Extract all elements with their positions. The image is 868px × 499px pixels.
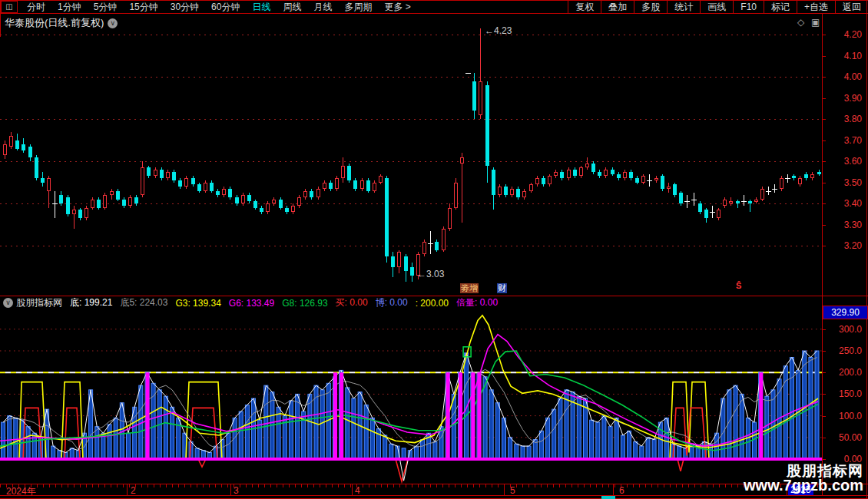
toolbar-divider xyxy=(0,13,868,14)
candle-body xyxy=(316,189,320,197)
candle-body xyxy=(303,191,307,197)
candle-body xyxy=(184,178,188,187)
price-axis-tick xyxy=(822,225,826,226)
candle-body xyxy=(792,176,796,178)
candle-body xyxy=(122,200,126,206)
candle-body xyxy=(84,208,88,219)
candle-body xyxy=(128,197,132,206)
candle-body xyxy=(47,178,51,191)
toolbar-period-30分钟[interactable]: 30分钟 xyxy=(164,1,205,13)
toolbar-period-更多 >[interactable]: 更多 > xyxy=(378,1,416,13)
indicator-bar xyxy=(740,394,744,459)
volume-spike-magenta xyxy=(146,372,150,459)
candle-body xyxy=(272,200,276,204)
date-axis-ticks xyxy=(0,484,822,487)
indicator-axis-label: 150.0 xyxy=(830,388,862,399)
toolbar-tool-多股[interactable]: 多股 xyxy=(634,1,667,13)
issuance-event-badge[interactable]: 劵增 xyxy=(460,283,479,293)
indicator-bar xyxy=(515,444,518,459)
indicator-bar xyxy=(652,440,656,459)
indicator-bar xyxy=(608,427,612,459)
period-menu: 分时1分钟5分钟15分钟30分钟60分钟日线周线月线多周期更多 > xyxy=(21,1,417,13)
toolbar-tool-标记[interactable]: 标记 xyxy=(764,1,797,13)
candle-body xyxy=(404,256,408,271)
candle-body xyxy=(41,178,45,183)
candle-body xyxy=(554,172,558,177)
indicator-axis-tick xyxy=(822,438,826,438)
low-annotation: ←3.03 xyxy=(417,269,444,279)
indicator-bar xyxy=(658,422,662,459)
indicator-bar xyxy=(640,446,644,459)
candle-body xyxy=(379,176,383,182)
price-axis-tick xyxy=(822,56,826,57)
toolbar-period-5分钟[interactable]: 5分钟 xyxy=(88,1,124,13)
volume-spike-magenta xyxy=(446,372,450,459)
candle-body xyxy=(754,200,758,202)
indicator-bar xyxy=(296,394,300,459)
indicator-bar xyxy=(177,418,181,459)
financial-report-badge[interactable]: 财 xyxy=(497,283,507,293)
candle-body xyxy=(465,73,471,74)
toolbar-tool-画线[interactable]: 画线 xyxy=(700,1,733,13)
candle-body xyxy=(454,183,458,208)
app-window: ◫ 分时1分钟5分钟15分钟30分钟60分钟日线周线月线多周期更多 > 复权叠加… xyxy=(0,0,868,499)
diamond-icon[interactable]: ◇ xyxy=(797,17,804,28)
toolbar-period-分时[interactable]: 分时 xyxy=(21,1,51,13)
panel-icon[interactable]: ▣ xyxy=(811,17,820,28)
candle-body xyxy=(617,174,621,179)
candle-body xyxy=(723,200,727,206)
price-axis-tick xyxy=(822,161,826,162)
indicator-bar xyxy=(14,418,18,459)
candle-body xyxy=(141,167,144,195)
indicator-bar xyxy=(364,405,368,460)
toolbar-period-多周期[interactable]: 多周期 xyxy=(338,1,378,13)
price-gridline xyxy=(0,77,822,78)
candle-body xyxy=(191,178,195,184)
candle-body xyxy=(285,208,289,213)
candle-body xyxy=(366,180,370,191)
candle-body xyxy=(59,195,63,203)
indicator-bar xyxy=(546,418,550,459)
candle-body xyxy=(604,170,608,176)
candle-body xyxy=(91,200,94,208)
chevron-down-icon[interactable]: ∨ xyxy=(108,18,118,28)
candle-body xyxy=(347,166,351,180)
candle-body xyxy=(704,210,708,218)
toolbar-period-60分钟[interactable]: 60分钟 xyxy=(205,1,246,13)
toolbar-period-1分钟[interactable]: 1分钟 xyxy=(51,1,88,13)
price-gridline xyxy=(0,35,822,35)
candle-body xyxy=(210,183,214,191)
indicator-bar xyxy=(8,416,12,459)
toolbar-tool-叠加[interactable]: 叠加 xyxy=(601,1,634,13)
toolbar-tool-+自选[interactable]: +自选 xyxy=(797,1,835,13)
toolbar-period-日线[interactable]: 日线 xyxy=(246,1,277,13)
toolbar-period-周线[interactable]: 周线 xyxy=(277,1,307,13)
indicator-bar xyxy=(108,425,111,459)
indicator-bar xyxy=(590,420,594,459)
right-border xyxy=(866,0,867,499)
candle-body xyxy=(323,183,326,189)
window-layout-icon[interactable]: ◫ xyxy=(1,1,18,13)
candle-body xyxy=(573,170,577,176)
indicator-bar xyxy=(352,398,356,459)
indicator-axis-label: 200.0 xyxy=(830,367,862,378)
candle-body xyxy=(442,229,446,250)
indicator-bar xyxy=(51,446,55,459)
price-axis-label: 3.50 xyxy=(830,177,862,188)
candle-body xyxy=(197,184,201,190)
toolbar-period-月线[interactable]: 月线 xyxy=(307,1,338,13)
toolbar-tool-F10[interactable]: F10 xyxy=(733,1,764,13)
candle-body xyxy=(736,201,740,203)
toolbar-tool-返回[interactable]: 返回 xyxy=(835,1,868,13)
price-axis-tick xyxy=(822,77,826,78)
candle-wick xyxy=(744,195,744,206)
candle-body xyxy=(710,212,715,213)
toolbar-tool-复权[interactable]: 复权 xyxy=(568,1,601,13)
candle-body xyxy=(479,81,482,115)
toolbar-tool-统计[interactable]: 统计 xyxy=(667,1,700,13)
price-axis-tick xyxy=(822,183,826,183)
toolbar-period-15分钟[interactable]: 15分钟 xyxy=(123,1,164,13)
indicator-bar xyxy=(509,438,512,459)
indicator-axis-tick xyxy=(822,416,826,417)
indicator-bar xyxy=(552,409,556,459)
